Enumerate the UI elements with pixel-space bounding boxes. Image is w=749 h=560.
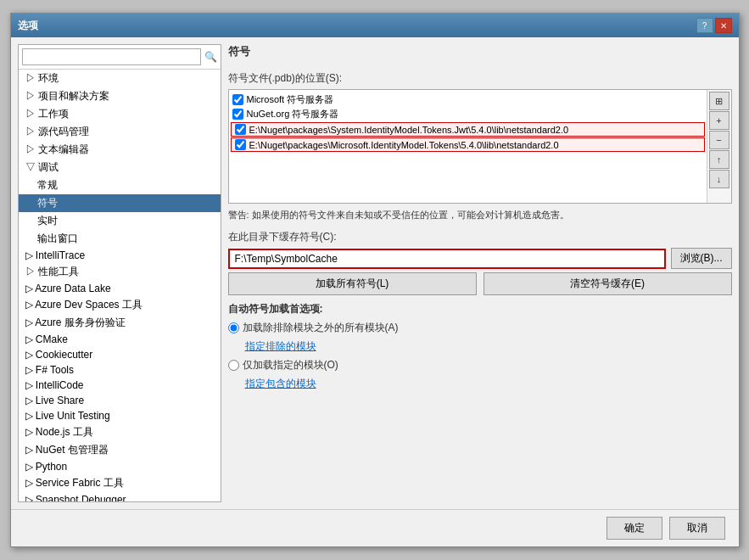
toolbar-add-btn[interactable]: + <box>709 111 729 130</box>
symbol-checkbox-1[interactable] <box>232 109 243 120</box>
tree-item-env[interactable]: ▷ 环境 <box>19 70 221 87</box>
ok-button[interactable]: 确定 <box>606 517 662 540</box>
auto-load-title: 自动符号加载首选项: <box>228 302 732 316</box>
symbol-row-0: Microsoft 符号服务器 <box>229 92 707 107</box>
symbol-checkbox-2[interactable] <box>235 124 246 135</box>
symbol-text-3: E:\Nuget\packages\Microsoft.IdentityMode… <box>249 140 559 150</box>
search-box: 🔍 <box>19 45 221 70</box>
radio-option-specific: 仅加载指定的模块(O) <box>228 357 732 373</box>
tree-item-debug[interactable]: ▽ 调试 <box>19 159 221 176</box>
radio-all[interactable] <box>228 322 239 333</box>
radio-all-label[interactable]: 加载除排除模块之外的所有模块(A) <box>243 321 399 335</box>
tree-item-cmake[interactable]: ▷ CMake <box>19 332 221 347</box>
tree-item-cookiecutter[interactable]: ▷ Cookiecutter <box>19 347 221 362</box>
tree-item-python[interactable]: ▷ Python <box>19 459 221 474</box>
symbol-text-0: Microsoft 符号服务器 <box>247 93 334 106</box>
symbol-row-1: NuGet.org 符号服务器 <box>229 107 707 121</box>
cache-label: 在此目录下缓存符号(C): <box>228 230 732 244</box>
options-dialog: 选项 ? ✕ 🔍 ▷ 环境▷ 项目和解决方案▷ 工作项▷ 源代码管理▷ 文本编辑… <box>10 13 740 547</box>
tree-item-project[interactable]: ▷ 项目和解决方案 <box>19 87 221 105</box>
title-bar: 选项 ? ✕ <box>11 14 739 37</box>
toolbar-remove-btn[interactable]: − <box>709 131 729 149</box>
dialog-title: 选项 <box>18 19 38 33</box>
cache-input[interactable] <box>228 249 666 269</box>
tree-item-azuredatalake[interactable]: ▷ Azure Data Lake <box>19 281 221 296</box>
search-input[interactable] <box>22 48 201 65</box>
tree-container: ▷ 环境▷ 项目和解决方案▷ 工作项▷ 源代码管理▷ 文本编辑器▽ 调试常规符号… <box>19 70 221 501</box>
tree-item-snapshot[interactable]: ▷ Snapshot Debugger <box>19 492 221 501</box>
search-icon: 🔍 <box>204 51 217 63</box>
tree-item-azuredevspaces[interactable]: ▷ Azure Dev Spaces 工具 <box>19 296 221 314</box>
right-panel: 符号 符号文件(.pdb)的位置(S): Microsoft 符号服务器NuGe… <box>228 44 732 502</box>
tree-item-liveunittesting[interactable]: ▷ Live Unit Testing <box>19 408 221 423</box>
tree-item-liveshare[interactable]: ▷ Live Share <box>19 393 221 408</box>
toolbar-up-btn[interactable]: ↑ <box>709 150 729 169</box>
link-exclude[interactable]: 指定排除的模块 <box>228 339 732 354</box>
tree-item-fsharp[interactable]: ▷ F# Tools <box>19 362 221 378</box>
help-button[interactable]: ? <box>696 18 713 33</box>
tree-item-azureauth[interactable]: ▷ Azure 服务身份验证 <box>19 314 221 332</box>
tree-item-workitems[interactable]: ▷ 工作项 <box>19 105 221 123</box>
cache-row: 浏览(B)... <box>228 248 732 269</box>
tree-item-source[interactable]: ▷ 源代码管理 <box>19 123 221 141</box>
cache-section: 在此目录下缓存符号(C): 浏览(B)... 加载所有符号(L) 清空符号缓存(… <box>228 230 732 295</box>
symbol-row-2: E:\Nuget\packages\System.IdentityModel.T… <box>231 122 705 137</box>
tree-item-texteditor[interactable]: ▷ 文本编辑器 <box>19 141 221 159</box>
cancel-button[interactable]: 取消 <box>669 517 725 540</box>
toolbar-grid-btn[interactable]: ⊞ <box>709 92 729 110</box>
dialog-footer: 确定 取消 <box>11 509 739 546</box>
symbols-section: 符号文件(.pdb)的位置(S): Microsoft 符号服务器NuGet.o… <box>228 71 732 223</box>
symbol-checkbox-0[interactable] <box>232 94 243 105</box>
symbols-toolbar: ⊞ + − ↑ ↓ <box>707 90 731 203</box>
tree-item-debug-symbols[interactable]: 符号 <box>19 194 221 212</box>
tree-item-nodejs[interactable]: ▷ Node.js 工具 <box>19 423 221 441</box>
tree-item-intellitrace[interactable]: ▷ IntelliTrace <box>19 248 221 263</box>
dialog-body: 🔍 ▷ 环境▷ 项目和解决方案▷ 工作项▷ 源代码管理▷ 文本编辑器▽ 调试常规… <box>11 37 739 509</box>
symbol-text-1: NuGet.org 符号服务器 <box>247 108 339 120</box>
symbols-file-label: 符号文件(.pdb)的位置(S): <box>228 71 732 86</box>
tree-item-perf[interactable]: ▷ 性能工具 <box>19 263 221 281</box>
title-bar-buttons: ? ✕ <box>696 18 732 33</box>
link-include[interactable]: 指定包含的模块 <box>228 377 732 391</box>
tree-item-debug-output[interactable]: 输出窗口 <box>19 230 221 248</box>
close-button[interactable]: ✕ <box>715 18 732 33</box>
symbol-checkbox-3[interactable] <box>235 139 246 150</box>
radio-specific[interactable] <box>228 360 239 371</box>
section-title: 符号 <box>228 44 732 59</box>
symbol-text-2: E:\Nuget\packages\System.IdentityModel.T… <box>249 125 569 135</box>
auto-load-section: 自动符号加载首选项: 加载除排除模块之外的所有模块(A) 指定排除的模块 仅加载… <box>228 302 732 391</box>
left-panel: 🔍 ▷ 环境▷ 项目和解决方案▷ 工作项▷ 源代码管理▷ 文本编辑器▽ 调试常规… <box>18 44 221 502</box>
toolbar-down-btn[interactable]: ↓ <box>709 170 729 188</box>
radio-option-all: 加载除排除模块之外的所有模块(A) <box>228 320 732 336</box>
tree-item-debug-general[interactable]: 常规 <box>19 176 221 194</box>
tree-item-servicefabric[interactable]: ▷ Service Fabric 工具 <box>19 474 221 492</box>
symbol-row-3: E:\Nuget\packages\Microsoft.IdentityMode… <box>231 137 705 152</box>
symbols-list-content: Microsoft 符号服务器NuGet.org 符号服务器E:\Nuget\p… <box>229 90 707 203</box>
tree-item-nuget[interactable]: ▷ NuGet 包管理器 <box>19 441 221 459</box>
warning-text: 警告: 如果使用的符号文件来自未知或不受信任的位置，可能会对计算机造成危害。 <box>228 207 732 223</box>
browse-button[interactable]: 浏览(B)... <box>671 248 732 269</box>
clear-cache-button[interactable]: 清空符号缓存(E) <box>483 272 732 295</box>
load-all-button[interactable]: 加载所有符号(L) <box>228 272 477 295</box>
tree-item-intellicode[interactable]: ▷ IntelliCode <box>19 378 221 393</box>
action-row: 加载所有符号(L) 清空符号缓存(E) <box>228 272 732 295</box>
symbols-list-wrapper: Microsoft 符号服务器NuGet.org 符号服务器E:\Nuget\p… <box>228 89 732 204</box>
tree-item-debug-realtime[interactable]: 实时 <box>19 212 221 230</box>
radio-specific-label[interactable]: 仅加载指定的模块(O) <box>243 358 338 372</box>
